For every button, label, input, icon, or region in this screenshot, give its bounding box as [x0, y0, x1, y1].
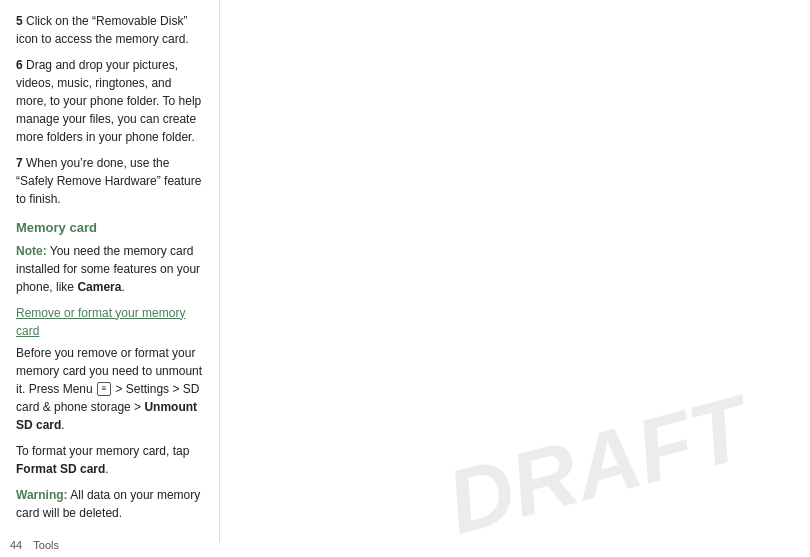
- remove-para: Before you remove or format your memory …: [16, 344, 203, 434]
- memory-card-heading: Memory card: [16, 218, 203, 238]
- step6-text: Drag and drop your pictures, videos, mus…: [16, 58, 201, 144]
- format-para: To format your memory card, tap Format S…: [16, 442, 203, 478]
- format-end: .: [105, 462, 108, 476]
- warning-label: Warning:: [16, 488, 68, 502]
- step7-text: When you’re done, use the “Safely Remove…: [16, 156, 201, 206]
- format-text: To format your memory card, tap: [16, 444, 189, 458]
- remove-end: .: [61, 418, 64, 432]
- draft-watermark: DRAFT: [437, 376, 758, 554]
- step5-text: Click on the “Removable Disk” icon to ac…: [16, 14, 189, 46]
- step7-num: 7: [16, 156, 23, 170]
- left-column: 5 Click on the “Removable Disk” icon to …: [0, 0, 220, 542]
- page-number: 44: [10, 539, 22, 551]
- step6-num: 6: [16, 58, 23, 72]
- remove-heading: Remove or format your memory card: [16, 304, 203, 340]
- footer-label: Tools: [33, 539, 59, 551]
- step5-num: 5: [16, 14, 23, 28]
- page-title: Tools: [18, 554, 792, 558]
- page-footer: 44 Tools: [10, 539, 59, 551]
- warning-para: Warning: All data on your memory card wi…: [16, 486, 203, 522]
- note-camera: Camera: [77, 280, 121, 294]
- note-label: Note:: [16, 244, 47, 258]
- menu-icon-remove: ≡: [97, 382, 111, 396]
- note-para: Note: You need the memory card installed…: [16, 242, 203, 296]
- step6-para: 6 Drag and drop your pictures, videos, m…: [16, 56, 203, 146]
- right-column: Tools stay on top of things Alarm clock …: [0, 542, 810, 558]
- note-end: .: [121, 280, 124, 294]
- step5-para: 5 Click on the “Removable Disk” icon to …: [16, 12, 203, 48]
- step7-para: 7 When you’re done, use the “Safely Remo…: [16, 154, 203, 208]
- format-bold: Format SD card: [16, 462, 105, 476]
